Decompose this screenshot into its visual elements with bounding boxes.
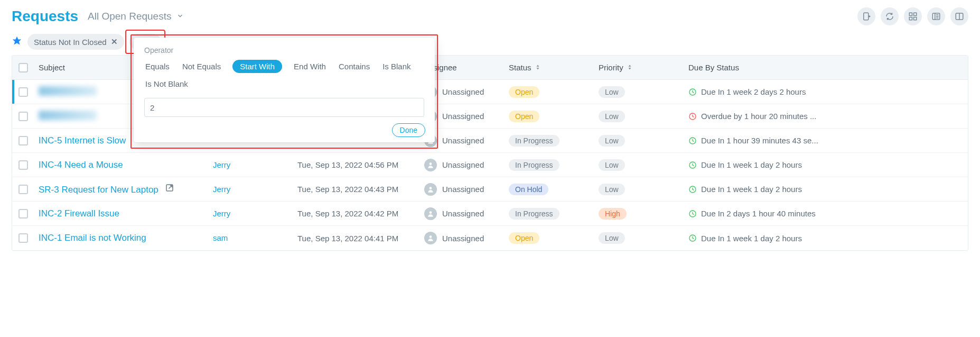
filter-chip-status[interactable]: Status Not In Closed ✕	[27, 34, 124, 50]
sort-icon	[535, 63, 541, 72]
svg-point-23	[430, 162, 432, 165]
clock-icon	[688, 185, 697, 194]
op-contains[interactable]: Contains	[338, 60, 371, 73]
priority-badge: Low	[599, 86, 625, 98]
status-badge: On Hold	[509, 184, 548, 195]
due-label: Overdue by 1 hour 20 minutes ...	[701, 112, 816, 121]
subject-link[interactable]: SR-3 Request for New Laptop	[39, 185, 158, 195]
assignee-label: Unassigned	[442, 87, 484, 96]
col-due[interactable]: Due By Status	[688, 63, 968, 72]
subject-link[interactable]: INC-1 Email is not Working	[39, 233, 146, 243]
split-view-button[interactable]	[927, 7, 945, 25]
requests-table: Operator Equals Not Equals Start With En…	[12, 55, 968, 251]
status-badge: In Progress	[509, 135, 559, 147]
avatar	[424, 159, 437, 171]
priority-badge: Low	[599, 184, 625, 195]
status-badge: Open	[509, 232, 539, 244]
open-external-icon[interactable]	[165, 185, 174, 194]
assignee-label: Unassigned	[442, 160, 484, 169]
page-header: Requests All Open Requests	[0, 0, 980, 32]
filter-chip-label: Status Not In Closed	[34, 38, 107, 47]
col-status[interactable]: Status	[509, 63, 599, 72]
subject-link[interactable]: INC-4 Need a Mouse	[39, 160, 123, 170]
clock-icon	[688, 161, 697, 169]
due-label: Due In 1 week 1 day 2 hours	[701, 185, 802, 194]
col-priority[interactable]: Priority	[599, 63, 688, 72]
avatar	[424, 232, 437, 244]
redacted-subject	[39, 111, 97, 120]
due-label: Due In 1 hour 39 minutes 43 se...	[701, 136, 818, 145]
status-badge: In Progress	[509, 159, 559, 171]
assignee-label: Unassigned	[442, 185, 484, 194]
filter-value-input[interactable]	[144, 98, 424, 117]
row-checkbox[interactable]	[18, 136, 28, 145]
select-all-checkbox[interactable]	[18, 63, 28, 72]
col-assignee[interactable]: Assignee	[424, 63, 509, 72]
due-label: Due In 1 week 1 day 2 hours	[701, 234, 802, 243]
close-icon[interactable]: ✕	[111, 37, 118, 47]
svg-point-30	[430, 235, 432, 238]
assignee-label: Unassigned	[442, 209, 484, 218]
svg-rect-0	[864, 13, 869, 20]
requester-link[interactable]: Jerry	[213, 185, 230, 194]
priority-badge: Low	[599, 111, 625, 122]
requester-link[interactable]: Jerry	[213, 209, 230, 218]
op-equals[interactable]: Equals	[144, 60, 171, 73]
svg-rect-4	[914, 17, 917, 20]
chevron-down-icon	[176, 11, 184, 22]
priority-badge: Low	[599, 159, 625, 171]
columns-button[interactable]	[950, 7, 968, 25]
subject-link[interactable]: INC-5 Internet is Slow	[39, 135, 126, 145]
col-label: Priority	[599, 63, 623, 72]
created-time: Tue, Sep 13, 2022 04:41 PM	[297, 234, 424, 243]
clock-icon	[688, 88, 697, 96]
assignee-label: Unassigned	[442, 234, 484, 243]
table-row[interactable]: INC-2 Firewall IssueJerryTue, Sep 13, 20…	[12, 202, 968, 226]
done-button[interactable]: Done	[392, 123, 425, 137]
table-row[interactable]: SR-3 Request for New LaptopJerryTue, Sep…	[12, 177, 968, 202]
col-label: Status	[509, 63, 531, 72]
assignee-label: Unassigned	[442, 112, 484, 121]
sort-icon	[627, 63, 633, 72]
svg-marker-13	[536, 65, 539, 67]
view-switcher[interactable]: All Open Requests	[88, 11, 184, 22]
table-row[interactable]: INC-1 Email is not WorkingsamTue, Sep 13…	[12, 226, 968, 250]
svg-marker-12	[13, 37, 22, 45]
due-label: Due In 1 week 2 days 2 hours	[701, 87, 806, 96]
requester-link[interactable]: Jerry	[213, 160, 230, 169]
due-label: Due In 2 days 1 hour 40 minutes	[701, 209, 816, 218]
op-not-equals[interactable]: Not Equals	[181, 60, 222, 73]
created-time: Tue, Sep 13, 2022 04:42 PM	[297, 209, 424, 218]
refresh-button[interactable]	[881, 7, 899, 25]
clock-icon	[688, 136, 697, 145]
op-is-blank[interactable]: Is Blank	[381, 60, 412, 73]
avatar	[424, 183, 437, 196]
row-checkbox[interactable]	[18, 87, 28, 97]
export-button[interactable]	[857, 7, 875, 25]
operator-options: Equals Not Equals Start With End With Co…	[144, 60, 424, 90]
svg-marker-14	[536, 68, 539, 70]
row-checkbox[interactable]	[18, 233, 28, 243]
row-checkbox[interactable]	[18, 209, 28, 218]
table-row[interactable]: INC-4 Need a MouseJerryTue, Sep 13, 2022…	[12, 153, 968, 177]
filter-popover: Operator Equals Not Equals Start With En…	[134, 38, 435, 142]
svg-rect-3	[909, 17, 912, 20]
row-checkbox[interactable]	[18, 185, 28, 194]
due-label: Due In 1 week 1 day 2 hours	[701, 160, 802, 169]
op-end-with[interactable]: End With	[293, 60, 327, 73]
priority-badge: High	[599, 208, 627, 220]
svg-marker-16	[628, 68, 631, 70]
row-checkbox[interactable]	[18, 160, 28, 170]
svg-marker-15	[628, 65, 631, 67]
subject-link[interactable]: INC-2 Firewall Issue	[39, 208, 119, 218]
op-start-with[interactable]: Start With	[232, 60, 282, 73]
requester-link[interactable]: sam	[213, 233, 228, 242]
star-icon[interactable]	[12, 35, 22, 48]
created-time: Tue, Sep 13, 2022 04:43 PM	[297, 185, 424, 194]
op-is-not-blank[interactable]: Is Not Blank	[144, 77, 189, 90]
row-checkbox[interactable]	[18, 112, 28, 121]
created-time: Tue, Sep 13, 2022 04:56 PM	[297, 160, 424, 169]
status-badge: Open	[509, 111, 539, 122]
grid-view-button[interactable]	[904, 7, 922, 25]
clock-icon	[688, 210, 697, 218]
